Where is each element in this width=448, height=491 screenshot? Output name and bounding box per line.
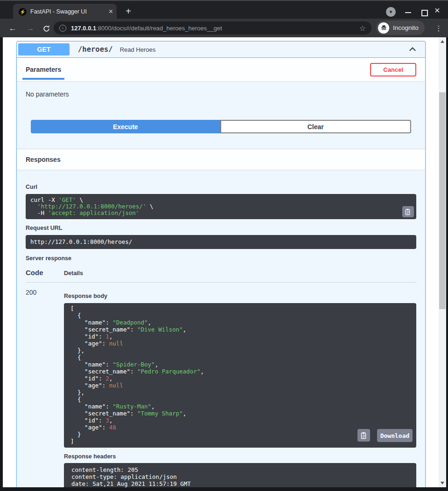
- response-table-header: Code Details: [26, 269, 416, 283]
- response-body-code: [ { "name": "Deadpond", "secret_name": "…: [70, 305, 416, 445]
- incognito-badge: Incognito: [376, 21, 425, 35]
- chevron-down-icon: ▾: [390, 9, 392, 15]
- browser-toolbar: ← → i 127.0.0.1:8000/docs#/default/read_…: [0, 19, 448, 37]
- request-url-value: http://127.0.0.1:8000/heroes/: [30, 239, 412, 245]
- endpoint-path: /heroes/: [78, 45, 113, 54]
- parameters-header: Parameters Cancel: [17, 58, 425, 81]
- tab-close-icon[interactable]: ×: [109, 8, 113, 15]
- execute-row: Execute Clear: [31, 120, 411, 133]
- response-details-cell: Response body [ { "name": "Deadpond", "s…: [64, 288, 416, 487]
- spy-glyph: [380, 24, 387, 31]
- fastapi-favicon-icon: ⚡: [19, 8, 27, 16]
- response-headers-code: content-length: 205 content-type: applic…: [71, 466, 409, 487]
- opblock-summary[interactable]: GET /heroes/ Read Heroes: [17, 41, 425, 58]
- reload-icon: [42, 25, 50, 33]
- collapse-button[interactable]: [408, 45, 417, 54]
- execute-button[interactable]: Execute: [31, 120, 220, 133]
- bookmark-star-icon[interactable]: ☆: [359, 24, 366, 33]
- address-bar[interactable]: i 127.0.0.1:8000/docs#/default/read_hero…: [54, 21, 371, 35]
- curl-code: curl -X 'GET' \ 'http://127.0.0.1:8000/h…: [30, 197, 412, 216]
- browser-tab[interactable]: ⚡ FastAPI - Swagger UI ×: [13, 4, 117, 20]
- scrollbar-thumb[interactable]: [439, 92, 446, 309]
- swagger-content: GET /heroes/ Read Heroes Parameters Canc…: [3, 37, 439, 487]
- cancel-button[interactable]: Cancel: [370, 63, 416, 76]
- no-parameters-text: No parameters: [26, 90, 416, 98]
- browser-menu-icon[interactable]: ⋮: [433, 22, 445, 35]
- responses-title: Responses: [26, 156, 61, 163]
- method-badge: GET: [18, 43, 70, 55]
- scrollbar-up-arrow-icon[interactable]: [441, 40, 444, 43]
- incognito-label: Incognito: [393, 24, 419, 31]
- chevron-up-icon: [408, 45, 417, 54]
- reload-button[interactable]: [40, 22, 52, 35]
- url-path: :8000/docs#/default/read_heroes_heroes__…: [96, 25, 222, 32]
- incognito-icon: [378, 22, 389, 34]
- endpoint-summary: Read Heroes: [120, 46, 156, 53]
- status-code: 200: [26, 288, 64, 487]
- response-body-label: Response body: [64, 293, 416, 299]
- tab-parameters[interactable]: Parameters: [26, 66, 61, 73]
- back-button[interactable]: ←: [7, 22, 19, 35]
- download-button[interactable]: Download: [377, 429, 413, 442]
- maximize-button[interactable]: [421, 10, 428, 16]
- curl-block: curl -X 'GET' \ 'http://127.0.0.1:8000/h…: [26, 194, 416, 219]
- code-column-header: Code: [26, 269, 64, 282]
- clipboard-icon: [405, 208, 411, 215]
- page-scrollbar[interactable]: [439, 37, 446, 487]
- responses-body: Curl curl -X 'GET' \ 'http://127.0.0.1:8…: [17, 170, 425, 487]
- response-body-block: [ { "name": "Deadpond", "secret_name": "…: [64, 303, 416, 448]
- url-text: 127.0.0.1:8000/docs#/default/read_heroes…: [71, 25, 356, 32]
- opblock-get-heroes: GET /heroes/ Read Heroes Parameters Canc…: [16, 41, 426, 487]
- page-frame: GET /heroes/ Read Heroes Parameters Canc…: [0, 37, 448, 491]
- server-response-label: Server response: [26, 255, 416, 262]
- response-headers-label: Response headers: [64, 453, 416, 460]
- window-close-button[interactable]: ×: [434, 5, 440, 16]
- scrollbar-down-arrow-icon[interactable]: [441, 482, 444, 484]
- request-url-label: Request URL: [26, 225, 416, 231]
- forward-button[interactable]: →: [24, 22, 36, 35]
- bolt-glyph: ⚡: [20, 9, 25, 14]
- copy-curl-button[interactable]: [402, 206, 414, 217]
- site-info-icon[interactable]: i: [59, 25, 66, 32]
- url-host: 127.0.0.1: [71, 25, 96, 32]
- tab-title: FastAPI - Swagger UI: [30, 8, 107, 15]
- response-row: 200 Response body [ { "name": "Deadpond"…: [26, 288, 416, 487]
- responses-header: Responses: [17, 149, 425, 170]
- clipboard-icon: [361, 432, 367, 439]
- minimize-button[interactable]: [405, 12, 411, 13]
- request-url-block: http://127.0.0.1:8000/heroes/: [26, 235, 416, 249]
- clear-button[interactable]: Clear: [220, 120, 412, 133]
- details-column-header: Details: [64, 269, 83, 282]
- copy-response-button[interactable]: [357, 429, 370, 442]
- tab-search-button[interactable]: ▾: [386, 7, 396, 17]
- parameters-body: No parameters Execute Clear: [17, 81, 425, 149]
- new-tab-button[interactable]: +: [122, 5, 134, 17]
- browser-titlebar: ⚡ FastAPI - Swagger UI × + ▾ ×: [0, 0, 448, 19]
- curl-label: Curl: [26, 184, 416, 190]
- response-headers-block: content-length: 205 content-type: applic…: [64, 463, 416, 487]
